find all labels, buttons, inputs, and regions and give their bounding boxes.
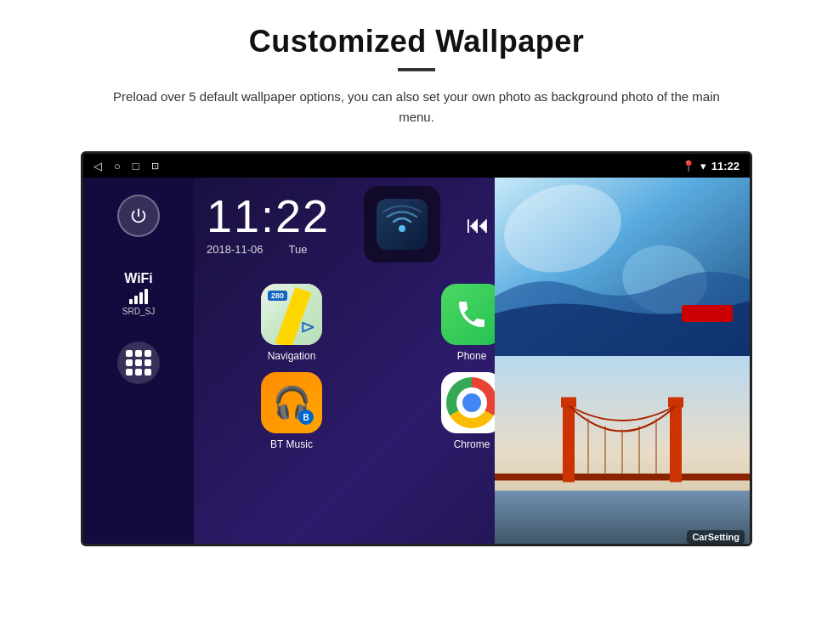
device-frame: ◁ ○ □ ⊡ 📍 ▾ 11:22 WiFi — [81, 151, 752, 546]
ice-svg — [495, 178, 750, 356]
page-title: Customized Wallpaper — [249, 24, 585, 59]
grid-dot-7 — [126, 369, 133, 376]
wallpaper-thumbnails: CarSetting — [495, 178, 750, 546]
chrome-label: Chrome — [454, 438, 490, 450]
nav-screenshot-icon[interactable]: ⊡ — [151, 161, 159, 172]
apps-grid-icon — [126, 350, 151, 376]
power-icon — [129, 206, 148, 225]
sidebar: WiFi SRD_SJ — [83, 178, 194, 544]
wifi-bar-3 — [139, 292, 143, 304]
screen-body: WiFi SRD_SJ — [83, 178, 750, 544]
app-item-navigation[interactable]: 280 ⊳ Navigation — [207, 284, 377, 362]
svg-rect-8 — [563, 406, 575, 483]
bluetooth-symbol: B — [298, 410, 314, 425]
apps-button[interactable] — [117, 342, 160, 384]
phone-handset-icon — [455, 297, 489, 331]
phone-label: Phone — [457, 350, 487, 362]
grid-dot-2 — [135, 350, 142, 357]
phone-icon — [441, 284, 502, 345]
btmusic-label: BT Music — [270, 438, 313, 450]
grid-dot-6 — [144, 359, 151, 366]
prev-track-icon[interactable]: ⏮ — [466, 211, 490, 239]
clock-date: 2018-11-06 — [207, 243, 264, 256]
wifi-label: WiFi — [124, 271, 153, 286]
page-wrapper: Customized Wallpaper Preload over 5 defa… — [0, 0, 833, 546]
wifi-bar-1 — [129, 299, 133, 304]
status-right: 📍 ▾ 11:22 — [682, 160, 740, 172]
grid-dot-4 — [126, 359, 133, 366]
status-left: ◁ ○ □ ⊡ — [94, 160, 159, 172]
wallpaper-ice[interactable] — [495, 178, 750, 356]
wifi-ssid: SRD_SJ — [122, 307, 155, 316]
wifi-animation-icon — [381, 203, 423, 246]
grid-dot-1 — [126, 350, 133, 357]
nav-recent-icon[interactable]: □ — [133, 160, 139, 172]
clock-widget: 11:22 2018-11-06 Tue — [207, 193, 330, 256]
svg-point-0 — [399, 225, 405, 232]
wifi-bar-4 — [144, 289, 148, 304]
chrome-inner-dot — [462, 393, 481, 412]
status-bar: ◁ ○ □ ⊡ 📍 ▾ 11:22 — [83, 154, 750, 178]
location-icon: 📍 — [682, 160, 695, 172]
svg-rect-7 — [495, 474, 750, 481]
page-subtitle: Preload over 5 default wallpaper options… — [110, 87, 722, 127]
grid-dot-3 — [144, 350, 151, 357]
wifi-icon-inner — [377, 199, 428, 250]
nav-arrow-icon: ⊳ — [300, 316, 315, 338]
wifi-widget: WiFi SRD_SJ — [122, 271, 155, 316]
clock-time: 11:22 — [207, 193, 330, 239]
svg-rect-9 — [670, 406, 682, 483]
wifi-bar-2 — [134, 296, 138, 304]
btmusic-icon: 🎧 B — [261, 372, 322, 433]
nav-home-icon[interactable]: ○ — [114, 160, 121, 172]
navigation-icon: 280 ⊳ — [261, 284, 322, 345]
wallpaper-bridge[interactable]: CarSetting — [495, 356, 750, 546]
chrome-icon — [441, 372, 502, 433]
title-divider — [398, 68, 435, 71]
power-button[interactable] — [117, 195, 160, 237]
bridge-svg — [495, 356, 750, 546]
grid-dot-9 — [144, 369, 151, 376]
carsetting-label: CarSetting — [687, 530, 745, 544]
nav-back-icon[interactable]: ◁ — [94, 160, 102, 172]
device-thumbnail — [682, 305, 733, 322]
navigation-label: Navigation — [268, 350, 316, 362]
wifi-bars — [129, 289, 148, 304]
grid-dot-5 — [135, 359, 142, 366]
clock-date-row: 2018-11-06 Tue — [207, 243, 307, 256]
nav-badge: 280 — [268, 291, 287, 301]
wifi-status-icon: ▾ — [700, 160, 706, 172]
clock-day: Tue — [289, 243, 308, 256]
app-item-btmusic[interactable]: 🎧 B BT Music — [207, 372, 377, 450]
grid-dot-8 — [135, 369, 142, 376]
wifi-box — [364, 186, 440, 263]
status-time: 11:22 — [711, 160, 740, 172]
